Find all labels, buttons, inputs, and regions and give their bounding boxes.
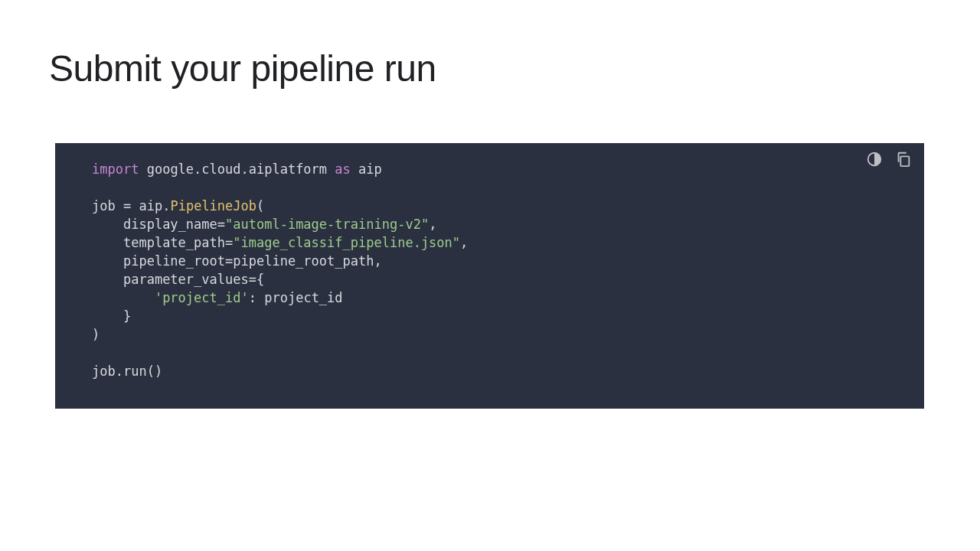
class-pipelinejob: PipelineJob: [170, 198, 256, 214]
kwarg-template-path: template_path=: [123, 235, 233, 250]
copy-icon[interactable]: [895, 151, 912, 168]
module-name: google.cloud.aiplatform: [147, 161, 327, 177]
dict-key-project-id: 'project_id': [155, 290, 249, 305]
code-toolbar: [866, 151, 912, 168]
var-job: job: [92, 198, 116, 214]
keyword-import: import: [92, 161, 139, 177]
kwarg-display-name: display_name=: [123, 217, 225, 232]
str-display-name: "automl-image-training-v2": [225, 217, 429, 232]
dot: .: [162, 198, 170, 214]
keyword-as: as: [335, 161, 350, 177]
theme-toggle-icon[interactable]: [866, 151, 883, 168]
comma: ,: [429, 217, 436, 232]
close-brace: }: [123, 308, 131, 324]
code-content: import google.cloud.aiplatform as aip jo…: [92, 160, 904, 380]
colon: :: [249, 290, 256, 305]
svg-rect-1: [900, 156, 909, 166]
call-job-run: job.run(): [92, 364, 162, 379]
equals: =: [123, 198, 131, 214]
str-template-path: "image_classif_pipeline.json": [233, 235, 460, 250]
page-title: Submit your pipeline run: [49, 47, 436, 90]
comma: ,: [460, 235, 468, 250]
code-block: import google.cloud.aiplatform as aip jo…: [55, 143, 924, 409]
kwarg-parameter-values: parameter_values={: [123, 272, 264, 287]
alias: aip: [358, 161, 382, 177]
alias-ref: aip: [139, 198, 162, 214]
kwarg-pipeline-root: pipeline_root=pipeline_root_path,: [123, 253, 382, 269]
var-project-id: project_id: [264, 290, 342, 305]
open-paren: (: [256, 198, 264, 214]
close-paren: ): [92, 327, 100, 342]
